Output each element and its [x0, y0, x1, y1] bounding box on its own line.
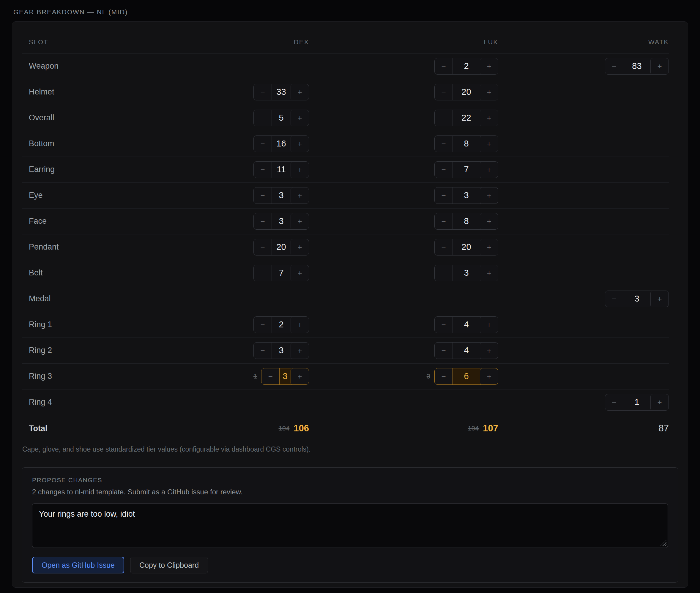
- stepper: −3+: [261, 368, 309, 385]
- propose-title: PROPOSE CHANGES: [32, 477, 668, 484]
- stepper: −11+: [254, 161, 309, 178]
- stepper-value: 3: [279, 368, 290, 385]
- stepper: −3+: [434, 265, 498, 281]
- table-row: Ring 1−2+−4+: [22, 312, 669, 338]
- stepper-value: 33: [272, 84, 290, 100]
- decrement-button[interactable]: −: [435, 265, 453, 281]
- increment-button[interactable]: +: [480, 343, 498, 359]
- increment-button[interactable]: +: [650, 58, 668, 75]
- total-label: Total: [22, 415, 254, 442]
- decrement-button[interactable]: −: [435, 213, 453, 230]
- decrement-button[interactable]: −: [262, 368, 279, 385]
- decrement-button[interactable]: −: [254, 162, 272, 178]
- footnote: Cape, glove, and shoe use standardized t…: [22, 445, 678, 454]
- table-row: Weapon−2+−83+: [22, 53, 669, 79]
- stepper: −3+: [254, 213, 309, 230]
- gear-table: SLOT DEX LUK WATK Weapon−2+−83+Helmet−33…: [22, 28, 669, 442]
- stepper-value: 1: [623, 394, 650, 410]
- increment-button[interactable]: +: [290, 213, 309, 230]
- increment-button[interactable]: +: [290, 317, 309, 333]
- increment-button[interactable]: +: [480, 84, 498, 101]
- slot-label: Bottom: [29, 139, 54, 148]
- decrement-button[interactable]: −: [435, 110, 453, 126]
- increment-button[interactable]: +: [480, 239, 498, 255]
- decrement-button[interactable]: −: [435, 58, 453, 75]
- stepper-value: 22: [453, 110, 480, 126]
- decrement-button[interactable]: −: [605, 291, 623, 307]
- increment-button[interactable]: +: [290, 265, 309, 281]
- slot-label: Helmet: [29, 87, 54, 96]
- decrement-button[interactable]: −: [435, 343, 453, 359]
- increment-button[interactable]: +: [290, 110, 309, 126]
- increment-button[interactable]: +: [290, 343, 309, 359]
- decrement-button[interactable]: −: [254, 188, 272, 204]
- comment-textarea[interactable]: Your rings are too low, idiot: [32, 503, 668, 548]
- propose-subtitle: 2 changes to nl-mid template. Submit as …: [32, 488, 668, 496]
- stepper: −3+: [434, 187, 498, 204]
- previous-value: 3: [427, 372, 430, 380]
- stepper-value: 3: [272, 188, 290, 203]
- slot-label: Overall: [29, 113, 54, 123]
- stepper-value: 16: [272, 136, 290, 152]
- increment-button[interactable]: +: [290, 84, 309, 101]
- increment-button[interactable]: +: [290, 239, 309, 255]
- stepper-value: 83: [623, 58, 650, 74]
- stepper-value: 8: [453, 136, 480, 152]
- decrement-button[interactable]: −: [605, 58, 623, 75]
- header-row: SLOT DEX LUK WATK: [22, 28, 669, 53]
- gear-card: SLOT DEX LUK WATK Weapon−2+−83+Helmet−33…: [12, 22, 688, 588]
- decrement-button[interactable]: −: [435, 136, 453, 152]
- decrement-button[interactable]: −: [254, 343, 272, 359]
- decrement-button[interactable]: −: [435, 84, 453, 101]
- stepper-value: 7: [453, 162, 480, 177]
- increment-button[interactable]: +: [650, 291, 668, 307]
- stepper-value: 3: [272, 213, 290, 229]
- decrement-button[interactable]: −: [254, 265, 272, 281]
- decrement-button[interactable]: −: [254, 239, 272, 255]
- stepper: −3+: [254, 187, 309, 204]
- comment-box: Your rings are too low, idiot: [32, 503, 668, 548]
- open-github-issue-button[interactable]: Open as GitHub Issue: [32, 557, 124, 574]
- decrement-button[interactable]: −: [435, 368, 453, 385]
- decrement-button[interactable]: −: [435, 188, 453, 204]
- stepper-value: 20: [453, 239, 480, 255]
- slot-label: Ring 2: [29, 346, 52, 355]
- copy-to-clipboard-button[interactable]: Copy to Clipboard: [130, 557, 208, 574]
- page-title: GEAR BREAKDOWN — NL (MID): [13, 8, 128, 16]
- increment-button[interactable]: +: [290, 188, 309, 204]
- increment-button[interactable]: +: [480, 58, 498, 75]
- stepper: −20+: [434, 84, 498, 101]
- decrement-button[interactable]: −: [254, 136, 272, 152]
- increment-button[interactable]: +: [480, 188, 498, 204]
- slot-label: Eye: [29, 191, 43, 200]
- stepper-value: 3: [453, 188, 480, 203]
- increment-button[interactable]: +: [480, 265, 498, 281]
- decrement-button[interactable]: −: [254, 110, 272, 126]
- decrement-button[interactable]: −: [435, 239, 453, 255]
- increment-button[interactable]: +: [290, 162, 309, 178]
- decrement-button[interactable]: −: [435, 162, 453, 178]
- increment-button[interactable]: +: [480, 213, 498, 230]
- increment-button[interactable]: +: [290, 368, 309, 385]
- increment-button[interactable]: +: [290, 136, 309, 152]
- gear-breakdown-page: GEAR BREAKDOWN — NL (MID) SLOT DEX LUK W…: [0, 0, 700, 593]
- decrement-button[interactable]: −: [254, 84, 272, 101]
- increment-button[interactable]: +: [480, 368, 498, 385]
- column-header-dex: DEX: [254, 28, 309, 53]
- stepper: −8+: [434, 213, 498, 230]
- stepper: −4+: [434, 316, 498, 333]
- increment-button[interactable]: +: [650, 394, 668, 410]
- decrement-button[interactable]: −: [435, 317, 453, 333]
- stepper: −7+: [434, 161, 498, 178]
- increment-button[interactable]: +: [480, 162, 498, 178]
- increment-button[interactable]: +: [480, 110, 498, 126]
- table-row: Eye−3+−3+: [22, 183, 669, 208]
- stepper-value: 20: [453, 84, 480, 100]
- increment-button[interactable]: +: [480, 136, 498, 152]
- increment-button[interactable]: +: [480, 317, 498, 333]
- slot-label: Medal: [29, 294, 51, 303]
- decrement-button[interactable]: −: [254, 317, 272, 333]
- stepper: −4+: [434, 342, 498, 359]
- decrement-button[interactable]: −: [254, 213, 272, 230]
- decrement-button[interactable]: −: [605, 394, 623, 410]
